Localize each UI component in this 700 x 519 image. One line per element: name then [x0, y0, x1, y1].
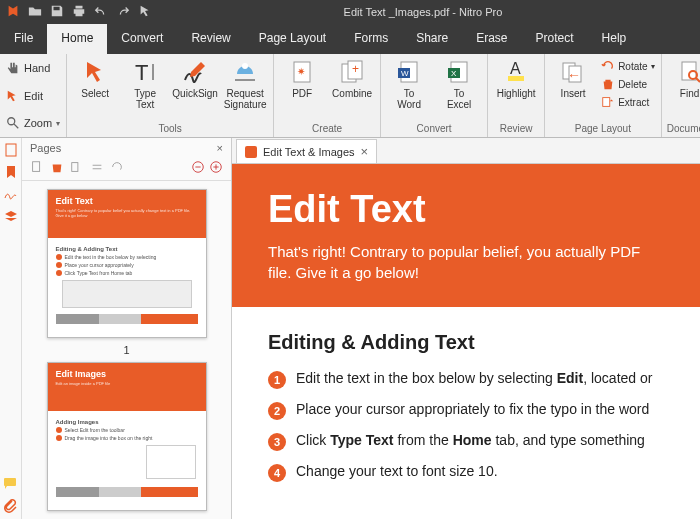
group-label-pagelayout: Page Layout	[549, 123, 656, 135]
ribbon-mode-stack: Hand Edit Zoom▾	[0, 54, 67, 137]
quick-access-toolbar	[6, 4, 152, 20]
delete-icon	[601, 77, 615, 91]
step-1: 1Edit the text in the box below by selec…	[268, 370, 664, 389]
pages-panel-close[interactable]: ×	[217, 142, 223, 154]
svg-rect-24	[72, 163, 78, 172]
layers-icon[interactable]	[3, 208, 19, 224]
menu-help[interactable]: Help	[588, 24, 641, 54]
pages-zoom-in[interactable]	[209, 160, 223, 178]
svg-point-0	[8, 118, 15, 125]
page-heading: Edit Text	[268, 188, 664, 231]
group-label-create: Create	[278, 123, 376, 135]
hand-tool[interactable]: Hand	[0, 54, 66, 82]
ribbon-group-convert: WTo Word XTo Excel Convert	[381, 54, 488, 137]
to-word-button[interactable]: WTo Word	[385, 56, 433, 112]
menu-erase[interactable]: Erase	[462, 24, 521, 54]
page-thumbnail-2[interactable]: Edit ImagesEdit an image inside a PDF fi…	[47, 362, 207, 511]
undo-icon[interactable]	[94, 4, 108, 20]
delete-button[interactable]: Delete	[599, 76, 656, 92]
word-icon: W	[395, 58, 423, 86]
group-label-review: Review	[492, 123, 540, 135]
tab-close-icon[interactable]: ×	[361, 144, 369, 159]
menu-file[interactable]: File	[0, 24, 47, 54]
insert-button[interactable]: ←Insert	[549, 56, 597, 112]
svg-text:A: A	[510, 60, 521, 77]
svg-rect-27	[4, 478, 16, 486]
page-thumbnail-1[interactable]: Edit TextThat's right! Contrary to popul…	[47, 189, 207, 338]
comments-icon[interactable]	[2, 475, 18, 491]
ribbon-group-review: AHighlight Review	[488, 54, 545, 137]
insert-icon: ←	[559, 58, 587, 86]
excel-icon: X	[445, 58, 473, 86]
menu-bar: File Home Convert Review Page Layout For…	[0, 24, 700, 54]
pages-panel: Pages × Edit TextThat's right! Contrary …	[22, 138, 232, 519]
menu-page-layout[interactable]: Page Layout	[245, 24, 340, 54]
open-icon[interactable]	[28, 4, 42, 20]
pointer-mode-icon[interactable]	[138, 4, 152, 20]
svg-text:✷: ✷	[297, 66, 305, 77]
edit-tool[interactable]: Edit	[0, 82, 66, 110]
svg-text:W: W	[401, 69, 409, 78]
titlebar: Edit Text _Images.pdf - Nitro Pro	[0, 0, 700, 24]
attachments-icon[interactable]	[2, 497, 18, 513]
step-4: 4Change your text to font size 10.	[268, 463, 664, 482]
pdf-tab-icon	[245, 146, 257, 158]
quicksign-button[interactable]: QuickSign	[171, 56, 219, 112]
menu-protect[interactable]: Protect	[522, 24, 588, 54]
document-area: Edit Text & Images × Edit Text That's ri…	[232, 138, 700, 519]
thumbnails[interactable]: Edit TextThat's right! Contrary to popul…	[22, 181, 231, 519]
highlight-icon: A	[502, 58, 530, 86]
document-tab[interactable]: Edit Text & Images ×	[236, 139, 377, 163]
signatures-icon[interactable]	[3, 186, 19, 202]
group-label-document: Document	[666, 123, 700, 135]
app-icon	[6, 4, 20, 20]
save-icon[interactable]	[50, 4, 64, 20]
pages-delete-icon[interactable]	[50, 160, 64, 178]
find-button[interactable]: Find	[666, 56, 700, 112]
menu-review[interactable]: Review	[177, 24, 244, 54]
svg-point-2	[242, 63, 248, 69]
rotate-icon	[601, 59, 615, 73]
menu-convert[interactable]: Convert	[107, 24, 177, 54]
pages-replace-icon[interactable]	[90, 160, 104, 178]
print-icon[interactable]	[72, 4, 86, 20]
redo-icon[interactable]	[116, 4, 130, 20]
window-title: Edit Text _Images.pdf - Nitro Pro	[152, 6, 694, 18]
pdf-icon: ✷	[288, 58, 316, 86]
pages-panel-title: Pages	[30, 142, 61, 154]
ribbon-group-pagelayout: ←Insert Rotate▾ Delete Extract Page Layo…	[545, 54, 661, 137]
pages-panel-icon[interactable]	[3, 142, 19, 158]
group-label-tools: Tools	[71, 123, 269, 135]
svg-rect-22	[6, 144, 16, 156]
zoom-tool[interactable]: Zoom▾	[0, 109, 66, 137]
menu-forms[interactable]: Forms	[340, 24, 402, 54]
pages-zoom-out[interactable]	[191, 160, 205, 178]
pages-rotate-icon[interactable]	[110, 160, 124, 178]
svg-rect-23	[33, 162, 40, 172]
pdf-button[interactable]: ✷PDF	[278, 56, 326, 112]
edit-label: Edit	[24, 90, 43, 102]
menu-home[interactable]: Home	[47, 24, 107, 54]
extract-button[interactable]: Extract	[599, 94, 656, 110]
ribbon-group-create: ✷PDF +Combine Create	[274, 54, 381, 137]
combine-button[interactable]: +Combine	[328, 56, 376, 112]
menu-share[interactable]: Share	[402, 24, 462, 54]
select-button[interactable]: Select	[71, 56, 119, 112]
step-3: 3Click Type Text from the Home tab, and …	[268, 432, 664, 451]
page-banner: Edit Text That's right! Contrary to popu…	[232, 164, 700, 307]
svg-text:+: +	[352, 62, 359, 76]
bookmarks-icon[interactable]	[3, 164, 19, 180]
pages-extract-icon[interactable]	[70, 160, 84, 178]
highlight-button[interactable]: AHighlight	[492, 56, 540, 112]
to-excel-button[interactable]: XTo Excel	[435, 56, 483, 112]
document-page[interactable]: Edit Text That's right! Contrary to popu…	[232, 164, 700, 518]
page-number-1: 1	[123, 344, 129, 356]
bottom-left-icons	[2, 475, 18, 513]
select-icon	[81, 58, 109, 86]
rotate-button[interactable]: Rotate▾	[599, 58, 656, 74]
pages-new-icon[interactable]	[30, 160, 44, 178]
combine-icon: +	[338, 58, 366, 86]
type-text-button[interactable]: TType Text	[121, 56, 169, 112]
request-signature-button[interactable]: Request Signature	[221, 56, 269, 112]
svg-text:←: ←	[567, 67, 581, 83]
